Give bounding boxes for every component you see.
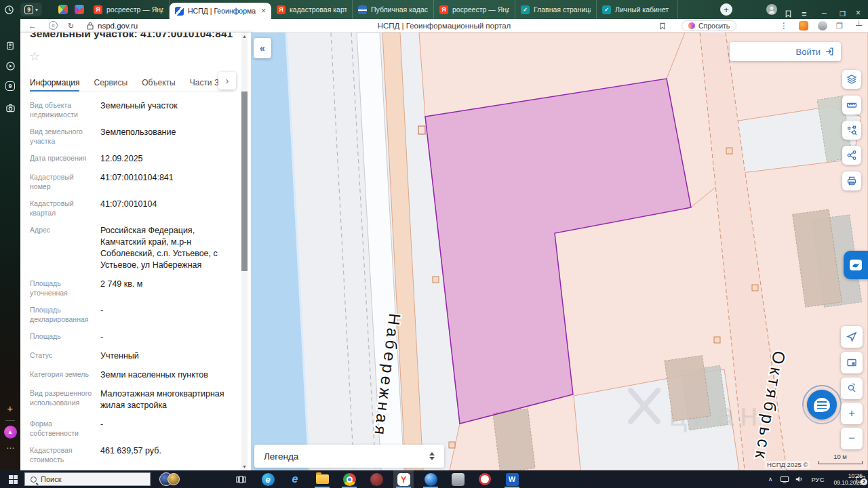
language-indicator[interactable]: РУС xyxy=(808,470,827,488)
tabs-copy-icon[interactable]: ❐ xyxy=(836,19,843,33)
search-input[interactable]: Поиск xyxy=(24,472,151,486)
taskbar-app-word[interactable]: W xyxy=(502,470,522,488)
tab-title: кадастровая карта — Ян xyxy=(290,5,347,14)
browser-tab[interactable]: Яросреестр — Яндекс: на xyxy=(434,0,515,19)
extension-icon[interactable] xyxy=(799,21,808,30)
ask-ai-button[interactable]: Спросить xyxy=(682,20,736,31)
url-text[interactable]: nspd.gov.ru xyxy=(98,19,138,33)
taskbar-app-browser2[interactable] xyxy=(366,470,387,488)
browser-tab[interactable]: Публичная кадастровая xyxy=(353,0,434,19)
pinned-tab-icon[interactable] xyxy=(75,5,84,14)
browser-tab[interactable]: НСПД | Геоинформаци× xyxy=(170,3,271,19)
zoom-out-button[interactable]: − xyxy=(841,428,863,449)
yandex-favicon-icon: Я xyxy=(439,5,448,14)
select-area-button[interactable] xyxy=(842,121,861,140)
share-button[interactable] xyxy=(842,146,861,165)
measure-button[interactable] xyxy=(842,96,861,115)
notes-icon[interactable] xyxy=(0,41,20,51)
taskbar-app-gray[interactable] xyxy=(448,470,468,488)
add-panel-icon[interactable]: + xyxy=(0,403,20,414)
network-icon[interactable] xyxy=(778,470,791,488)
browser-side-rail: 9 + ▲ ⋯ xyxy=(0,19,20,470)
browser-tab[interactable]: ✓Личный кабинет xyxy=(597,0,678,19)
favorite-star-icon[interactable]: ☆ xyxy=(29,49,40,64)
login-button[interactable]: Войти xyxy=(730,42,841,61)
tabs-scroll-right-button[interactable]: › xyxy=(218,72,236,89)
field-row: Кадастровая стоимость461 639,57 руб. xyxy=(30,445,233,464)
print-button[interactable] xyxy=(842,171,861,190)
search-location-button[interactable] xyxy=(841,378,863,399)
profile-avatar[interactable] xyxy=(766,4,777,15)
browser-tab[interactable]: ✓Главная страница xyxy=(515,0,597,19)
map-canvas[interactable]: циан Набережная xyxy=(251,33,868,470)
panel-tab[interactable]: Информация xyxy=(30,75,79,92)
tab-counter-button[interactable]: 9 ▾ xyxy=(20,3,42,16)
tabs-panel-icon[interactable]: 9 xyxy=(0,81,20,91)
legend-label: Легенда xyxy=(264,451,298,462)
lock-icon[interactable] xyxy=(87,19,94,33)
field-row: Вид разрешенного использованияМалоэтажна… xyxy=(30,388,233,411)
print-icon xyxy=(846,176,857,186)
scroll-up-arrow[interactable]: ▲ xyxy=(241,34,248,39)
tab-close-button[interactable]: × xyxy=(261,6,266,16)
video-play-icon[interactable] xyxy=(0,61,20,71)
browser-circle-icon[interactable]: я xyxy=(49,21,58,30)
alice-assistant-icon[interactable]: ▲ xyxy=(0,426,20,439)
screenshot-icon[interactable] xyxy=(0,103,20,113)
action-center-button[interactable]: 2 xyxy=(853,470,868,488)
field-row: Вид объекта недвижимостиЗемельный участо… xyxy=(30,100,233,119)
back-button[interactable]: ← xyxy=(28,19,37,33)
gos-favicon-icon: ✓ xyxy=(602,5,611,14)
field-value: 41:07:0010104 xyxy=(100,199,233,218)
extension-icon[interactable] xyxy=(818,21,827,30)
parcel-notch xyxy=(418,126,425,134)
downloads-button[interactable]: ↓ xyxy=(856,19,862,33)
assistant-chat-button[interactable] xyxy=(844,251,868,279)
taskbar-app-edge[interactable]: e xyxy=(258,470,278,488)
minimap-button[interactable] xyxy=(841,352,863,373)
panel-scrollbar-thumb[interactable] xyxy=(241,92,248,271)
browser-tab[interactable]: Якадастровая карта — Ян xyxy=(271,0,353,19)
scale-bar: 10 м xyxy=(818,453,863,464)
news-widget-button[interactable] xyxy=(156,470,183,488)
tray-expand-button[interactable]: ∧ xyxy=(765,470,776,488)
history-icon[interactable] xyxy=(4,0,14,19)
support-chat-button[interactable] xyxy=(807,390,837,420)
panel-tab[interactable]: Сервисы xyxy=(94,75,127,92)
field-row: АдресРоссийская Федерация, Камчатский кр… xyxy=(30,225,233,271)
search-icon xyxy=(31,476,37,483)
reload-button[interactable]: ↻ xyxy=(68,19,74,33)
legend-expand-icon xyxy=(429,452,435,460)
notification-count: 2 xyxy=(861,479,867,485)
new-tab-button[interactable]: + xyxy=(720,3,732,16)
taskbar-app-chrome[interactable] xyxy=(339,470,359,488)
taskbar-app-explorer[interactable] xyxy=(312,470,332,488)
volume-icon[interactable] xyxy=(793,470,806,488)
scroll-down-arrow[interactable]: ▼ xyxy=(241,464,248,469)
task-view-button[interactable] xyxy=(232,470,250,488)
field-label: Категория земель xyxy=(30,369,100,381)
panel-tab[interactable]: Объекты xyxy=(142,75,176,92)
collapse-panel-button[interactable]: « xyxy=(254,38,271,58)
taskbar-app-ring[interactable] xyxy=(475,470,495,488)
page-menu-button[interactable]: ⋮ xyxy=(780,19,788,33)
field-label: Кадастровый квартал xyxy=(30,199,100,218)
field-value: - xyxy=(100,331,233,343)
more-options-icon[interactable]: ⋯ xyxy=(0,443,20,453)
taskbar-app-yandex-browser[interactable]: Y xyxy=(393,470,414,488)
zoom-in-button[interactable]: + xyxy=(841,403,863,424)
layers-button[interactable] xyxy=(842,70,861,89)
field-list: Вид объекта недвижимостиЗемельный участо… xyxy=(30,100,233,470)
legend-bar[interactable]: Легенда xyxy=(254,445,444,468)
pinned-tab-icon[interactable] xyxy=(58,5,68,14)
bookmark-icon[interactable] xyxy=(658,19,667,33)
task-view-icon xyxy=(236,474,246,485)
field-label: Вид земельного участка xyxy=(30,127,100,146)
start-button[interactable] xyxy=(4,470,22,488)
geolocation-button[interactable] xyxy=(841,326,863,348)
taskbar-app-ie[interactable]: e xyxy=(285,470,305,488)
field-label: Кадастровый номер xyxy=(30,172,100,191)
share-icon xyxy=(846,150,857,161)
taskbar-app-sphere[interactable] xyxy=(420,470,441,488)
browser-tab[interactable]: Яросреестр — Яндекс: на xyxy=(88,0,170,19)
